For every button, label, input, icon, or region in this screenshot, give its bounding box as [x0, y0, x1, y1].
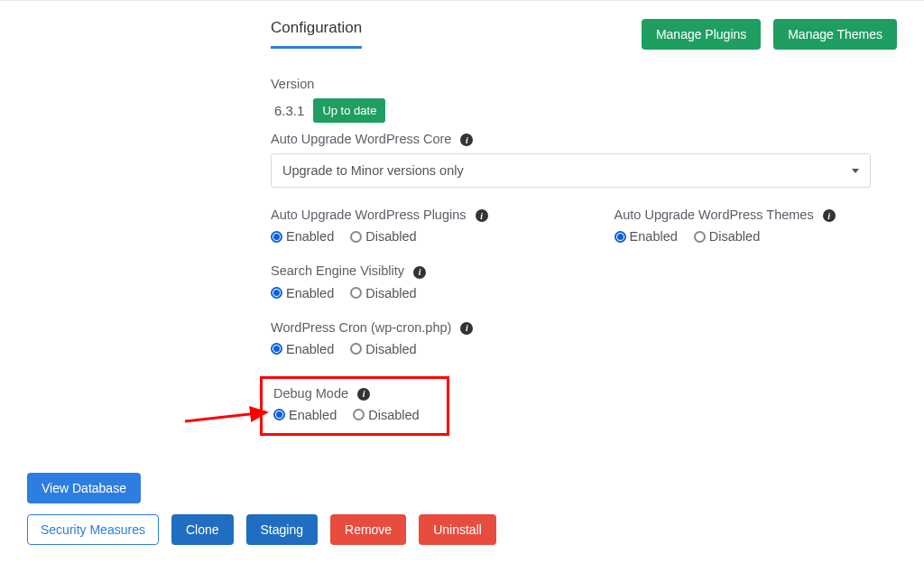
debug-enabled-radio[interactable]: Enabled	[273, 408, 337, 422]
plugins-enabled-radio[interactable]: Enabled	[271, 229, 334, 244]
auto-upgrade-core-select[interactable]: Upgrade to Minor versions only	[271, 153, 871, 188]
auto-upgrade-plugins-section: Auto Upgrade WordPress Plugins i Enabled…	[271, 208, 488, 244]
tab-configuration[interactable]: Configuration	[271, 19, 362, 49]
debug-mode-highlight: Debug Mode i Enabled Disabled	[260, 376, 449, 436]
version-label: Version	[271, 77, 897, 91]
search-disabled-radio[interactable]: Disabled	[350, 286, 416, 300]
svg-line-1	[185, 412, 266, 421]
version-value: 6.3.1	[271, 103, 304, 118]
info-icon[interactable]: i	[357, 388, 370, 401]
version-status-badge: Up to date	[313, 98, 385, 123]
uninstall-button[interactable]: Uninstall	[419, 514, 496, 545]
header-actions: Manage Plugins Manage Themes	[633, 19, 897, 50]
manage-themes-button[interactable]: Manage Themes	[773, 19, 897, 50]
wp-cron-section: WordPress Cron (wp-cron.php) i Enabled D…	[271, 320, 897, 356]
version-section: Version 6.3.1 Up to date Auto Upgrade Wo…	[271, 77, 897, 188]
staging-button[interactable]: Staging	[246, 514, 318, 545]
view-database-button[interactable]: View Database	[27, 473, 141, 503]
info-icon[interactable]: i	[413, 266, 426, 279]
plugins-disabled-radio[interactable]: Disabled	[350, 229, 416, 244]
auto-upgrade-themes-label: Auto Upgrade WordPress Themes	[614, 208, 814, 222]
info-icon[interactable]: i	[476, 209, 488, 222]
auto-upgrade-core-label: Auto Upgrade WordPress Core i	[271, 132, 897, 146]
remove-button[interactable]: Remove	[330, 514, 406, 545]
search-visibility-section: Search Engine Visiblity i Enabled Disabl…	[271, 263, 897, 300]
auto-upgrade-themes-section: Auto Upgrade WordPress Themes i Enabled …	[614, 208, 836, 244]
security-measures-button[interactable]: Security Measures	[27, 514, 159, 545]
debug-mode-label: Debug Mode	[273, 386, 348, 401]
bottom-actions: View Database Security Measures Clone St…	[27, 473, 496, 545]
clone-button[interactable]: Clone	[171, 514, 234, 545]
info-icon[interactable]: i	[823, 209, 836, 222]
themes-enabled-radio[interactable]: Enabled	[614, 229, 678, 244]
auto-upgrade-core-selected: Upgrade to Minor versions only	[282, 163, 464, 178]
cron-disabled-radio[interactable]: Disabled	[350, 342, 416, 356]
info-icon[interactable]: i	[460, 322, 473, 335]
chevron-down-icon	[852, 169, 859, 173]
manage-plugins-button[interactable]: Manage Plugins	[642, 19, 761, 50]
search-enabled-radio[interactable]: Enabled	[271, 286, 334, 300]
cron-enabled-radio[interactable]: Enabled	[271, 342, 334, 356]
search-visibility-label: Search Engine Visiblity	[271, 263, 404, 278]
themes-disabled-radio[interactable]: Disabled	[694, 229, 760, 244]
auto-upgrade-plugins-label: Auto Upgrade WordPress Plugins	[271, 208, 467, 222]
info-icon[interactable]: i	[460, 134, 473, 146]
wp-cron-label: WordPress Cron (wp-cron.php)	[271, 320, 451, 335]
debug-disabled-radio[interactable]: Disabled	[353, 408, 419, 422]
